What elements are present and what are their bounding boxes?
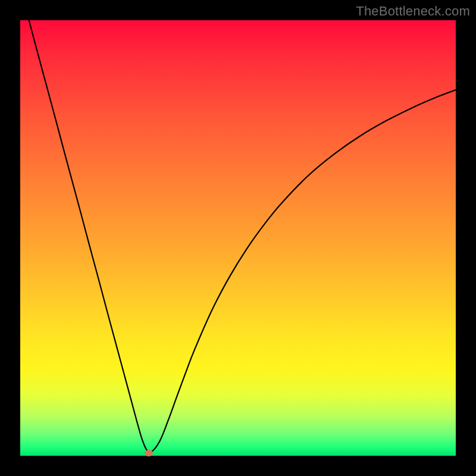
plot-area [20,20,456,456]
chart-frame: TheBottleneck.com [0,0,476,476]
bottleneck-curve [29,20,456,453]
curve-svg [20,20,456,456]
watermark-text: TheBottleneck.com [356,4,470,19]
